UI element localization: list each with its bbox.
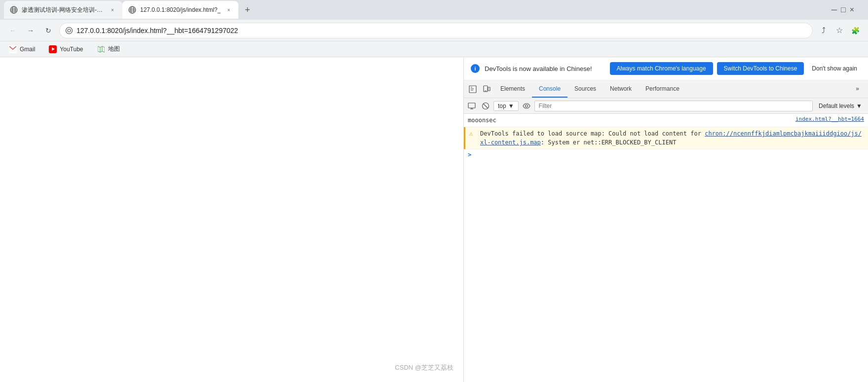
svg-point-10 [66, 27, 73, 34]
console-row-1: ⚠ DevTools failed to load source map: Co… [464, 127, 868, 149]
console-screen-icon [468, 103, 476, 109]
default-levels-select[interactable]: Default levels ▼ [815, 102, 866, 110]
svg-marker-13 [52, 47, 55, 51]
close-icon[interactable]: × [850, 5, 854, 14]
tab-performance[interactable]: Performance [639, 80, 686, 98]
bookmark-maps[interactable]: 地图 [94, 44, 123, 54]
tab2-close[interactable]: × [225, 6, 232, 14]
svg-rect-17 [469, 86, 476, 93]
nav-bar: ← → ↻ ⤴ ☆ 🧩 [0, 20, 868, 41]
tab-1[interactable]: 渗透测试培训-网络安全培训-暗屏 × [4, 1, 122, 19]
forward-button[interactable]: → [24, 24, 38, 37]
nav-actions: ⤴ ☆ 🧩 [817, 24, 862, 37]
bookmark-button[interactable]: ☆ [832, 24, 846, 37]
window-controls: ─ □ × [831, 5, 864, 14]
bookmark-youtube[interactable]: YouTube [46, 44, 86, 54]
always-match-button[interactable]: Always match Chrome's language [610, 62, 713, 75]
console-row-0-content: mooonsec [468, 116, 795, 125]
notification-actions: Always match Chrome's language Switch De… [610, 62, 861, 75]
address-bar-input[interactable] [76, 27, 806, 35]
devtools-main-toolbar: Elements Console Sources Network Perform… [464, 80, 868, 98]
levels-caret: ▼ [856, 103, 862, 109]
console-row-0: mooonsec index.html?__hbt=1664 [464, 114, 868, 127]
bookmark-maps-label: 地图 [108, 45, 120, 53]
devtools-tabs: Elements Console Sources Network Perform… [493, 80, 866, 98]
tab-sources[interactable]: Sources [567, 80, 603, 98]
tab1-favicon [10, 6, 18, 14]
console-prompt: > [464, 149, 868, 160]
console-screen-button[interactable] [466, 100, 478, 112]
svg-rect-22 [488, 87, 490, 91]
bookmarks-bar: Gmail YouTube 地图 [0, 41, 868, 57]
content-area: CSDN @芝芝又荔枝 i DevTools is now available … [0, 57, 868, 382]
console-toolbar: top ▼ Default levels ▼ [464, 98, 868, 114]
console-caret: > [468, 151, 471, 158]
console-row-0-source[interactable]: index.html?__hbt=1664 [795, 116, 864, 122]
device-toolbar-button[interactable] [480, 82, 493, 96]
reload-button[interactable]: ↻ [41, 24, 55, 37]
tab-more[interactable]: » [849, 80, 866, 98]
extension-button[interactable]: 🧩 [848, 24, 862, 37]
tab-2[interactable]: 127.0.0.1:8020/js/index.html?_ × [122, 1, 238, 19]
tab-network[interactable]: Network [603, 80, 639, 98]
tab2-favicon [128, 6, 136, 14]
svg-rect-24 [468, 103, 475, 108]
console-output: mooonsec index.html?__hbt=1664 ⚠ DevTool… [464, 114, 868, 382]
inspect-element-button[interactable] [466, 82, 480, 96]
tab1-title: 渗透测试培训-网络安全培训-暗屏 [22, 6, 105, 14]
console-ban-button[interactable] [480, 100, 491, 112]
context-label: top [498, 103, 506, 109]
console-error-link[interactable]: chron://ncennffkjdiamlpmcbajkmaiiiddgioo… [480, 130, 862, 146]
new-tab-button[interactable]: + [240, 3, 254, 17]
share-button[interactable]: ⤴ [817, 24, 830, 37]
maps-icon [97, 45, 105, 53]
browser-frame: 渗透测试培训-网络安全培训-暗屏 × 127.0.0.1:8020/js/ind… [0, 0, 868, 382]
title-bar: 渗透测试培训-网络安全培训-暗屏 × 127.0.0.1:8020/js/ind… [0, 0, 868, 20]
youtube-icon [49, 45, 57, 53]
address-security-icon [66, 27, 73, 34]
notification-message: DevTools is now available in Chinese! [485, 65, 605, 72]
watermark: CSDN @芝芝又荔枝 [395, 363, 453, 372]
inspect-icon [469, 85, 477, 93]
gmail-icon [9, 45, 17, 53]
console-filter-input[interactable] [534, 101, 813, 111]
devtools-notification: i DevTools is now available in Chinese! … [464, 57, 868, 80]
maximize-icon[interactable]: □ [841, 5, 846, 14]
svg-point-11 [68, 29, 71, 32]
context-caret: ▼ [508, 103, 514, 109]
context-selector[interactable]: top ▼ [493, 101, 519, 111]
svg-point-29 [525, 104, 528, 107]
tab-console[interactable]: Console [532, 80, 567, 98]
bookmark-gmail-label: Gmail [20, 46, 35, 53]
page-content: CSDN @芝芝又荔枝 [0, 57, 463, 382]
bookmark-gmail[interactable]: Gmail [6, 44, 38, 54]
tab-elements[interactable]: Elements [493, 80, 532, 98]
dont-show-again-button[interactable]: Don't show again [808, 62, 861, 75]
bookmark-youtube-label: YouTube [60, 46, 83, 53]
notification-info-icon: i [471, 64, 480, 73]
warning-icon: ⚠ [469, 130, 477, 138]
levels-label: Default levels [819, 103, 854, 109]
console-eye-button[interactable] [521, 100, 532, 112]
back-button[interactable]: ← [6, 24, 20, 37]
minimize-icon[interactable]: ─ [831, 5, 837, 14]
eye-icon [523, 103, 530, 109]
console-row-1-content: DevTools failed to load source map: Coul… [480, 129, 864, 147]
svg-line-28 [484, 104, 488, 108]
switch-devtools-button[interactable]: Switch DevTools to Chinese [717, 62, 804, 75]
address-bar-wrapper [59, 23, 813, 38]
ban-icon [482, 102, 490, 110]
devtools-panel: i DevTools is now available in Chinese! … [463, 57, 868, 382]
device-icon [483, 85, 491, 93]
tab1-close[interactable]: × [109, 6, 116, 14]
svg-marker-14 [98, 46, 105, 52]
tab2-title: 127.0.0.1:8020/js/index.html?_ [140, 6, 221, 13]
